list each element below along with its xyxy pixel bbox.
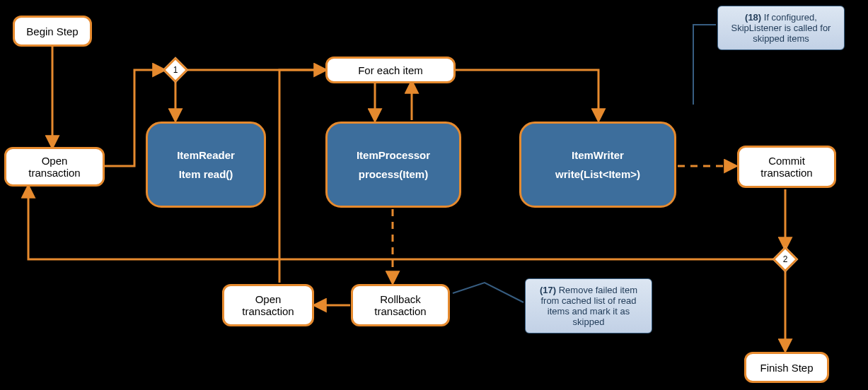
open-transaction2-node: Open transaction xyxy=(222,284,314,326)
item-reader-method: Item read() xyxy=(179,165,233,184)
item-reader-title: ItemReader xyxy=(177,146,235,165)
decision-1: 1 xyxy=(163,57,189,83)
item-writer-method: write(List<Item>) xyxy=(555,165,640,184)
item-processor-method: process(Item) xyxy=(359,165,428,184)
decision-2-label: 2 xyxy=(778,252,792,266)
item-processor-node: ItemProcessor process(Item) xyxy=(325,122,461,208)
item-writer-node: ItemWriter write(List<Item>) xyxy=(519,122,676,208)
decision-1-label: 1 xyxy=(168,63,183,77)
begin-step-label: Begin Step xyxy=(26,25,78,37)
note-18-num: (18) xyxy=(745,12,761,23)
for-each-item-node: For each item xyxy=(325,57,456,83)
commit-transaction-label: Commit transaction xyxy=(760,155,812,179)
rollback-transaction-label: Rollback transaction xyxy=(374,293,426,317)
open-transaction2-label: Open transaction xyxy=(242,293,294,317)
for-each-item-label: For each item xyxy=(358,64,423,76)
note-18: (18) If configured, SkipListener is call… xyxy=(717,6,845,50)
item-processor-title: ItemProcessor xyxy=(357,146,430,165)
open-transaction-label: Open transaction xyxy=(28,155,80,179)
open-transaction-node: Open transaction xyxy=(4,147,105,187)
commit-transaction-node: Commit transaction xyxy=(737,146,836,188)
rollback-transaction-node: Rollback transaction xyxy=(351,284,450,326)
item-reader-node: ItemReader Item read() xyxy=(146,122,266,208)
item-writer-title: ItemWriter xyxy=(572,146,624,165)
finish-step-node: Finish Step xyxy=(744,352,829,383)
begin-step-node: Begin Step xyxy=(13,16,92,47)
decision-2: 2 xyxy=(772,247,799,273)
note-17-num: (17) xyxy=(540,285,556,295)
finish-step-label: Finish Step xyxy=(760,362,813,374)
note-17: (17) Remove failed item from cached list… xyxy=(525,278,652,333)
